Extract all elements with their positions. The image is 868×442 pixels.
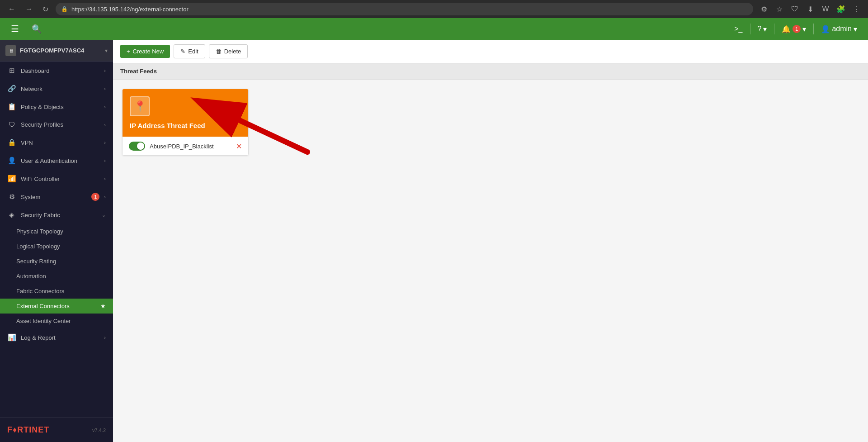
create-label: Create New — [133, 48, 164, 55]
edit-button[interactable]: ✎ Edit — [174, 44, 205, 58]
version-text: v7.4.2 — [92, 428, 106, 433]
divider3 — [813, 24, 814, 34]
wifi-icon: 📶 — [7, 175, 16, 183]
feed-name: AbuseIPDB_IP_Blacklist — [150, 143, 231, 150]
sidebar-label-user-auth: User & Authentication — [21, 157, 99, 164]
vpn-chevron: › — [104, 140, 106, 145]
log-report-chevron: › — [104, 335, 106, 340]
address-bar[interactable]: 🔒 https://34.135.195.142/ng/external-con… — [56, 3, 753, 15]
forward-button[interactable]: → — [23, 3, 35, 15]
security-rating-label: Security Rating — [16, 258, 56, 265]
hamburger-button[interactable]: ☰ — [7, 22, 23, 36]
sidebar-header[interactable]: 🖥 FGTGCPOMFPV7ASC4 ▾ — [0, 40, 113, 62]
sidebar-item-policy[interactable]: 📋 Policy & Objects › — [0, 98, 113, 116]
search-button[interactable]: 🔍 — [28, 22, 45, 36]
cli-button[interactable]: >_ — [731, 23, 746, 35]
bell-icon: 🔔 — [782, 25, 791, 33]
sidebar-item-user-auth[interactable]: 👤 User & Authentication › — [0, 152, 113, 170]
fortinet-logo: F♦RTINET — [7, 425, 49, 435]
content-body: 📍 ↻ IP Address Threat Feed AbuseIPDB_IP_… — [113, 80, 868, 442]
sidebar-sub-logical-topology[interactable]: Logical Topology — [0, 239, 113, 254]
sidebar-item-log-report[interactable]: 📊 Log & Report › — [0, 328, 113, 347]
sidebar-sub-automation[interactable]: Automation — [0, 269, 113, 284]
section-header: Threat Feeds — [113, 63, 868, 80]
automation-label: Automation — [16, 273, 46, 280]
sidebar-item-network[interactable]: 🔗 Network › — [0, 80, 113, 98]
create-icon: + — [127, 48, 130, 55]
security-fabric-icon: ◈ — [7, 211, 16, 219]
sidebar-sub-asset-identity[interactable]: Asset Identity Center — [0, 314, 113, 328]
back-button[interactable]: ← — [5, 3, 18, 15]
sidebar: 🖥 FGTGCPOMFPV7ASC4 ▾ ⊞ Dashboard › 🔗 Net… — [0, 40, 113, 442]
menu-icon[interactable]: ⋮ — [850, 3, 863, 15]
refresh-button[interactable]: ↻ — [40, 3, 51, 15]
physical-topology-label: Physical Topology — [16, 228, 63, 235]
sidebar-item-security-profiles[interactable]: 🛡 Security Profiles › — [0, 116, 113, 133]
delete-button[interactable]: 🗑 Delete — [209, 44, 248, 58]
log-report-icon: 📊 — [7, 333, 16, 342]
card-type-icon: 📍 — [130, 96, 150, 116]
user-chevron: ▾ — [854, 25, 857, 33]
content-area: + Create New ✎ Edit 🗑 Delete Threat Feed… — [113, 40, 868, 442]
browser-chrome: ← → ↻ 🔒 https://34.135.195.142/ng/extern… — [0, 0, 868, 18]
feed-toggle[interactable] — [129, 142, 145, 151]
profile-icon[interactable]: W — [819, 3, 832, 15]
sidebar-item-system[interactable]: ⚙ System 1 › — [0, 188, 113, 206]
sidebar-item-wifi[interactable]: 📶 WiFi Controller › — [0, 170, 113, 188]
device-icon: 🖥 — [5, 45, 16, 56]
network-chevron: › — [104, 86, 106, 91]
help-icon: ? — [758, 25, 762, 33]
policy-chevron: › — [104, 104, 106, 109]
section-title: Threat Feeds — [120, 68, 157, 75]
sidebar-item-dashboard[interactable]: ⊞ Dashboard › — [0, 62, 113, 80]
user-icon: 👤 — [821, 25, 830, 33]
svg-line-1 — [240, 120, 307, 152]
system-badge: 1 — [91, 193, 99, 201]
top-nav: ☰ 🔍 >_ ? ▾ 🔔 1 ▾ 👤 admin ▾ — [0, 18, 868, 40]
sidebar-label-policy: Policy & Objects — [21, 104, 99, 110]
card-refresh-button[interactable]: ↻ — [234, 101, 241, 111]
system-chevron: › — [104, 194, 106, 200]
extensions-icon[interactable]: ⚙ — [758, 3, 770, 15]
star-icon[interactable]: ★ — [100, 303, 106, 309]
create-new-button[interactable]: + Create New — [120, 45, 170, 58]
help-chevron: ▾ — [763, 25, 767, 33]
notification-badge: 1 — [793, 25, 801, 33]
feed-item: AbuseIPDB_IP_Blacklist ✕ — [123, 137, 248, 155]
help-button[interactable]: ? ▾ — [754, 23, 771, 35]
download-icon[interactable]: ⬇ — [804, 3, 816, 15]
sidebar-sub-external-connectors[interactable]: External Connectors ★ — [0, 299, 113, 314]
sidebar-sub-physical-topology[interactable]: Physical Topology — [0, 224, 113, 239]
sidebar-label-security-profiles: Security Profiles — [21, 121, 99, 128]
sidebar-label-system: System — [21, 194, 87, 200]
notif-chevron: ▾ — [802, 25, 806, 33]
dashboard-icon: ⊞ — [7, 67, 16, 75]
sidebar-sub-fabric-connectors[interactable]: Fabric Connectors — [0, 284, 113, 299]
cli-icon: >_ — [734, 25, 742, 33]
sidebar-label-log-report: Log & Report — [21, 334, 99, 341]
dashboard-chevron: › — [104, 68, 106, 73]
sidebar-item-security-fabric[interactable]: ◈ Security Fabric ⌄ — [0, 206, 113, 224]
sidebar-label-dashboard: Dashboard — [21, 67, 99, 74]
sidebar-sub-security-rating[interactable]: Security Rating — [0, 254, 113, 269]
logical-topology-label: Logical Topology — [16, 243, 60, 250]
bookmark-icon[interactable]: ☆ — [773, 3, 786, 15]
feed-delete-button[interactable]: ✕ — [236, 142, 242, 151]
security-profiles-icon: 🛡 — [7, 121, 16, 128]
system-icon: ⚙ — [7, 193, 16, 201]
delete-icon: 🗑 — [216, 48, 222, 55]
username-label: admin — [832, 25, 852, 33]
puzzle-icon[interactable]: 🧩 — [835, 3, 847, 15]
user-auth-icon: 👤 — [7, 157, 16, 165]
threat-feed-card: 📍 ↻ IP Address Threat Feed AbuseIPDB_IP_… — [122, 89, 249, 156]
card-header: 📍 ↻ IP Address Threat Feed — [123, 89, 248, 137]
divider2 — [774, 24, 774, 34]
shield-icon[interactable]: 🛡 — [788, 3, 801, 15]
user-menu-button[interactable]: 👤 admin ▾ — [817, 23, 861, 35]
url-text: https://34.135.195.142/ng/external-conne… — [71, 6, 189, 13]
device-name: FGTGCPOMFPV7ASC4 — [20, 47, 101, 54]
notifications-button[interactable]: 🔔 1 ▾ — [778, 23, 810, 35]
sidebar-item-vpn[interactable]: 🔒 VPN › — [0, 133, 113, 152]
divider — [750, 24, 750, 34]
edit-icon: ✎ — [180, 48, 185, 55]
